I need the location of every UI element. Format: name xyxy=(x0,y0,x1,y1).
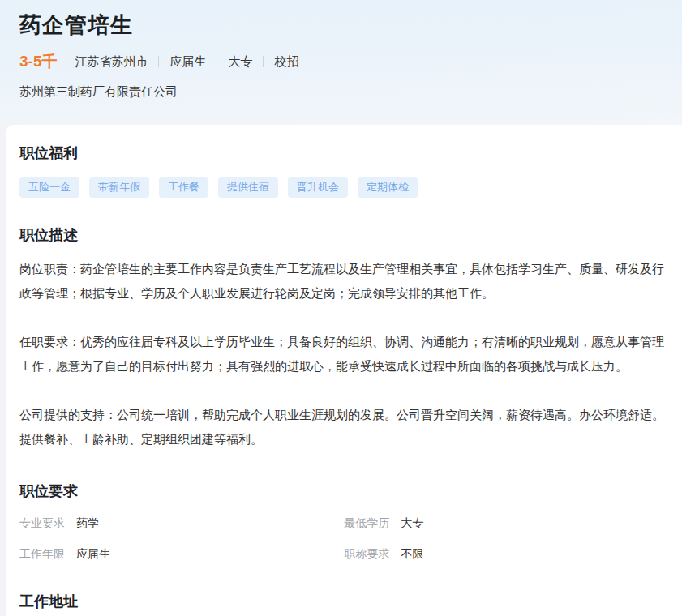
requirement-field: 职称要求 不限 xyxy=(345,547,670,562)
meta-divider xyxy=(217,56,217,67)
requirement-field: 专业要求 药学 xyxy=(19,516,345,531)
meta-experience: 应届生 xyxy=(169,54,206,70)
benefit-tag: 带薪年假 xyxy=(89,177,149,198)
benefit-tag: 五险一金 xyxy=(19,177,79,198)
salary-text: 3-5千 xyxy=(19,51,57,72)
requirement-label: 工作年限 xyxy=(19,547,65,562)
requirement-value: 不限 xyxy=(401,547,424,562)
benefit-tag: 提供住宿 xyxy=(218,177,278,198)
description-paragraph: 岗位职责：药企管培生的主要工作内容是负责生产工艺流程以及生产管理相关事宜，具体包… xyxy=(19,257,669,306)
requirement-label: 最低学历 xyxy=(345,516,390,531)
job-title: 药企管培生 xyxy=(19,11,663,39)
benefits-heading: 职位福利 xyxy=(19,144,669,162)
description-heading: 职位描述 xyxy=(19,226,669,244)
requirement-label: 专业要求 xyxy=(19,516,65,531)
address-heading: 工作地址 xyxy=(19,592,669,610)
description-paragraph: 任职要求：优秀的应往届专科及以上学历毕业生；具备良好的组织、协调、沟通能力；有清… xyxy=(19,330,669,379)
benefits-tags-row: 五险一金 带薪年假 工作餐 提供住宿 晋升机会 定期体检 xyxy=(19,177,669,198)
description-body: 岗位职责：药企管培生的主要工作内容是负责生产工艺流程以及生产管理相关事宜，具体包… xyxy=(19,257,669,451)
meta-location: 江苏省苏州市 xyxy=(75,54,148,70)
requirement-value: 药学 xyxy=(76,516,99,531)
requirement-value: 大专 xyxy=(401,516,424,531)
benefit-tag: 晋升机会 xyxy=(288,177,348,198)
requirement-label: 职称要求 xyxy=(345,547,390,562)
company-name[interactable]: 苏州第三制药厂有限责任公司 xyxy=(19,84,663,100)
requirement-field: 工作年限 应届生 xyxy=(19,547,345,562)
requirements-grid: 专业要求 药学 最低学历 大专 工作年限 应届生 职称要求 不限 xyxy=(19,516,669,562)
benefit-tag: 定期体检 xyxy=(358,177,418,198)
benefit-tag: 工作餐 xyxy=(159,177,208,198)
meta-recruit-type: 校招 xyxy=(274,54,298,70)
job-detail-card: 职位福利 五险一金 带薪年假 工作餐 提供住宿 晋升机会 定期体检 职位描述 岗… xyxy=(6,125,682,616)
meta-divider xyxy=(263,56,264,67)
meta-divider xyxy=(158,56,159,67)
requirement-field: 最低学历 大专 xyxy=(345,516,670,531)
requirements-heading: 职位要求 xyxy=(19,482,669,500)
description-paragraph: 公司提供的支持：公司统一培训，帮助完成个人职业生涯规划的发展。公司晋升空间关阔，… xyxy=(19,403,669,451)
job-meta-row: 3-5千 江苏省苏州市 应届生 大专 校招 xyxy=(19,51,663,72)
meta-education: 大专 xyxy=(228,54,252,70)
requirement-value: 应届生 xyxy=(76,547,110,562)
job-header: 药企管培生 3-5千 江苏省苏州市 应届生 大专 校招 苏州第三制药厂有限责任公… xyxy=(0,0,682,125)
